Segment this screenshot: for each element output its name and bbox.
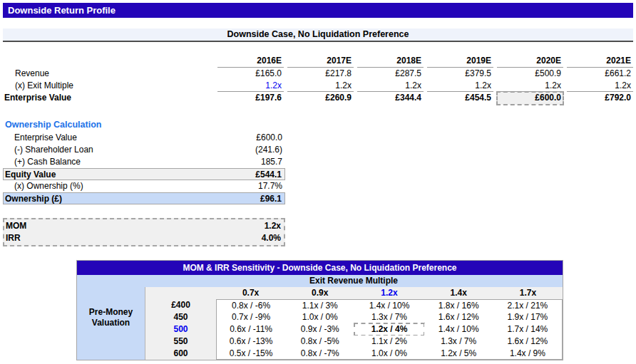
- mom-value[interactable]: 1.2x: [265, 220, 284, 232]
- revenue-cell[interactable]: £379.5: [427, 68, 493, 80]
- column-header-selected-multiple: 1.2x: [354, 287, 424, 299]
- spacer-cell: [145, 287, 216, 299]
- mom-label: MOM: [4, 220, 265, 232]
- sensitivity-cell[interactable]: 1.4x / 9%: [493, 348, 563, 360]
- row-group-label-line1: Pre-Money: [89, 307, 133, 318]
- ownership-calculation-section: Ownership Calculation Enterprise Value £…: [3, 118, 285, 204]
- sensitivity-selected-cell[interactable]: 1.2x / 4%: [354, 323, 424, 336]
- exit-multiple-row-label: (x) Exit Multiple: [3, 80, 214, 92]
- column-header: 0.9x: [285, 287, 354, 299]
- sensitivity-cell[interactable]: 0.8x / -6%: [216, 299, 285, 311]
- enterprise-value-cell[interactable]: £260.9: [287, 92, 354, 105]
- sensitivity-cell[interactable]: 1.3x / 7%: [424, 336, 493, 348]
- shareholder-loan-row: (-) Shareholder Loan (241.6): [3, 144, 285, 156]
- sensitivity-cell[interactable]: 1.1x / 2%: [354, 336, 424, 348]
- cash-balance-row: (+) Cash Balance 185.7: [3, 156, 285, 168]
- row-value[interactable]: £600.0: [256, 132, 285, 144]
- sensitivity-cell[interactable]: 1.4x / 10%: [424, 323, 493, 336]
- sensitivity-cell[interactable]: 0.8x / -7%: [285, 348, 354, 360]
- row-value[interactable]: 185.7: [261, 156, 285, 168]
- row-label: (x) Ownership (%): [3, 180, 258, 192]
- sensitivity-cell[interactable]: 1.8x / 16%: [424, 299, 493, 311]
- ownership-gbp-row: Ownership (£) £96.1: [3, 192, 285, 204]
- row-header-selected-valuation: 500: [145, 323, 216, 336]
- revenue-cell[interactable]: £165.0: [217, 68, 284, 80]
- column-group-label: Exit Revenue Multiple: [145, 275, 563, 287]
- exit-multiple-cell[interactable]: 1.2x: [357, 80, 424, 92]
- year-header: 2021E: [567, 55, 633, 68]
- sensitivity-cell[interactable]: 1.4x / 10%: [354, 299, 424, 311]
- irr-row: IRR 4.0%: [4, 232, 284, 244]
- revenue-cell[interactable]: £217.8: [287, 68, 354, 80]
- sensitivity-cell[interactable]: 1.2x / 5%: [424, 348, 493, 360]
- sensitivity-cell[interactable]: 0.9x / -3%: [285, 323, 354, 336]
- column-header: 1.7x: [493, 287, 563, 299]
- revenue-cell[interactable]: £287.5: [357, 68, 424, 80]
- row-header: £400: [145, 299, 216, 311]
- column-header: 1.4x: [424, 287, 493, 299]
- row-label: (+) Cash Balance: [3, 156, 261, 168]
- year-header: 2018E: [357, 55, 424, 68]
- exit-multiple-cell[interactable]: 1.2x: [497, 80, 563, 92]
- page-title: Downside Return Profile: [3, 3, 633, 18]
- case-header: Downside Case, No Liquidation Preference: [3, 28, 633, 42]
- row-group-label-line2: Valuation: [92, 318, 130, 328]
- sensitivity-cell[interactable]: 1.9x / 17%: [493, 311, 563, 323]
- row-label: (-) Shareholder Loan: [3, 144, 255, 156]
- row-label: Ownership (£): [4, 193, 260, 204]
- year-header: 2017E: [287, 55, 354, 68]
- forecast-table: 2016E 2017E 2018E 2019E 2020E 2021E Reve…: [3, 55, 633, 105]
- sensitivity-cell[interactable]: 2.1x / 21%: [493, 299, 563, 311]
- spacer-cell: [3, 55, 214, 68]
- year-header: 2016E: [217, 55, 284, 68]
- irr-label: IRR: [4, 232, 262, 244]
- sensitivity-cell[interactable]: 0.6x / -11%: [216, 323, 285, 336]
- returns-summary-box: MOM 1.2x IRR 4.0%: [3, 218, 285, 246]
- row-group-label: Pre-Money Valuation: [77, 275, 145, 360]
- sensitivity-cell[interactable]: 1.0x / 0%: [354, 348, 424, 360]
- year-header: 2019E: [427, 55, 493, 68]
- column-header: 0.7x: [216, 287, 285, 299]
- sensitivity-cell[interactable]: 1.6x / 12%: [424, 311, 493, 323]
- sensitivity-cell[interactable]: 1.6x / 12%: [493, 336, 563, 348]
- ownership-pct-row: (x) Ownership (%) 17.7%: [3, 180, 285, 192]
- sensitivity-cell[interactable]: 0.6x / -13%: [216, 336, 285, 348]
- exit-multiple-cell[interactable]: 1.2x: [287, 80, 354, 92]
- row-header: 550: [145, 336, 216, 348]
- sensitivity-title: MOM & IRR Sensitivity - Downside Case, N…: [77, 261, 563, 275]
- sensitivity-cell[interactable]: 1.0x / 0%: [285, 311, 354, 323]
- revenue-cell[interactable]: £500.9: [497, 68, 563, 80]
- revenue-row-label: Revenue: [3, 68, 214, 80]
- sensitivity-cell[interactable]: 1.3x / 7%: [354, 311, 424, 323]
- row-label: Enterprise Value: [3, 132, 256, 144]
- equity-value-row: Equity Value £544.1: [3, 168, 285, 180]
- exit-multiple-input-cell[interactable]: 1.2x: [217, 80, 284, 92]
- year-header: 2020E: [497, 55, 563, 68]
- sensitivity-cell[interactable]: 0.7x / -9%: [216, 311, 285, 323]
- irr-value[interactable]: 4.0%: [262, 232, 284, 244]
- sensitivity-cell[interactable]: 0.5x / -15%: [216, 348, 285, 360]
- sensitivity-cell[interactable]: 1.1x / 3%: [285, 299, 354, 311]
- enterprise-value-cell[interactable]: £454.5: [427, 92, 493, 105]
- enterprise-value-cell[interactable]: £197.6: [217, 92, 284, 105]
- sensitivity-table: MOM & IRR Sensitivity - Downside Case, N…: [76, 260, 563, 360]
- mom-row: MOM 1.2x: [4, 220, 284, 232]
- row-value[interactable]: (241.6): [255, 144, 285, 156]
- revenue-cell[interactable]: £661.2: [567, 68, 633, 80]
- exit-multiple-cell[interactable]: 1.2x: [427, 80, 493, 92]
- row-header: 600: [145, 348, 216, 360]
- row-value[interactable]: £96.1: [260, 193, 284, 204]
- row-header: 450: [145, 311, 216, 323]
- enterprise-value-cell[interactable]: £344.4: [357, 92, 424, 105]
- sensitivity-cell[interactable]: 1.7x / 14%: [493, 323, 563, 336]
- enterprise-value-cell[interactable]: £792.0: [567, 92, 633, 105]
- sensitivity-cell[interactable]: 0.8x / -5%: [285, 336, 354, 348]
- row-label: Equity Value: [4, 169, 255, 180]
- row-value[interactable]: 17.7%: [258, 180, 285, 192]
- row-value[interactable]: £544.1: [255, 169, 284, 180]
- enterprise-value-selected-cell[interactable]: £600.0: [497, 92, 563, 105]
- enterprise-value-row: Enterprise Value £600.0: [3, 132, 285, 144]
- ownership-calculation-title: Ownership Calculation: [3, 118, 285, 132]
- enterprise-value-row-label: Enterprise Value: [3, 92, 214, 105]
- exit-multiple-cell[interactable]: 1.2x: [567, 80, 633, 92]
